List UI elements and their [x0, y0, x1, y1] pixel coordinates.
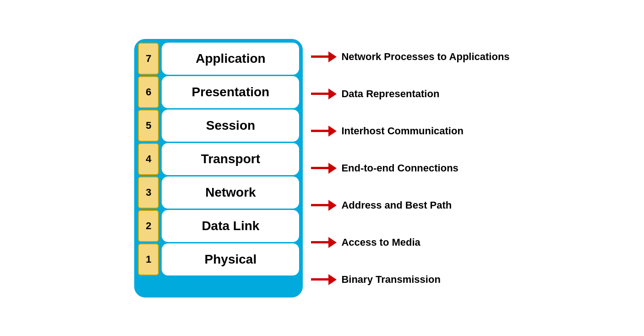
- layer-row-3: 3Network: [138, 176, 299, 209]
- arrow-icon-7: [311, 51, 337, 62]
- arrow-icon-1: [311, 274, 337, 285]
- layer-name-box-2: Data Link: [162, 210, 299, 242]
- layer-row-2: 2Data Link: [138, 210, 299, 242]
- arrow-line-6: [311, 93, 328, 95]
- layer-row-7: 7Application: [138, 43, 299, 75]
- layer-name-text-4: Transport: [201, 152, 260, 166]
- description-text-6: Data Representation: [341, 88, 439, 100]
- descriptions-column: Network Processes to ApplicationsData Re…: [303, 39, 509, 297]
- layer-number-6: 6: [138, 76, 159, 108]
- arrow-line-1: [311, 278, 328, 281]
- arrow-icon-2: [311, 237, 337, 248]
- layers-stack: 7Application6Presentation5Session4Transp…: [134, 39, 303, 297]
- layer-number-3: 3: [138, 176, 159, 209]
- layer-number-5: 5: [138, 110, 159, 142]
- layer-row-4: 4Transport: [138, 143, 299, 175]
- layer-name-text-2: Data Link: [202, 219, 259, 233]
- arrow-line-5: [311, 130, 328, 132]
- layer-number-2: 2: [138, 210, 159, 242]
- description-text-4: End-to-end Connections: [341, 162, 458, 174]
- arrow-head-4: [328, 163, 337, 174]
- arrow-desc-row-4: End-to-end Connections: [311, 150, 509, 186]
- layer-number-4: 4: [138, 143, 159, 175]
- layer-name-box-5: Session: [162, 110, 299, 142]
- description-text-3: Address and Best Path: [341, 199, 452, 211]
- arrow-head-3: [328, 200, 337, 211]
- layer-name-text-5: Session: [206, 118, 255, 133]
- layer-row-6: 6Presentation: [138, 76, 299, 108]
- layer-name-box-4: Transport: [162, 143, 299, 175]
- layer-name-text-7: Application: [196, 51, 265, 66]
- layer-name-box-3: Network: [162, 176, 299, 209]
- arrow-desc-row-1: Binary Transmission: [311, 262, 509, 297]
- layer-name-box-6: Presentation: [162, 76, 299, 108]
- osi-model: 7Application6Presentation5Session4Transp…: [116, 30, 528, 307]
- arrow-head-2: [328, 237, 337, 248]
- description-text-2: Access to Media: [341, 237, 420, 248]
- arrow-icon-3: [311, 200, 337, 211]
- layer-name-text-1: Physical: [205, 252, 257, 267]
- arrow-head-1: [328, 274, 337, 285]
- layer-row-5: 5Session: [138, 110, 299, 142]
- arrow-icon-5: [311, 126, 337, 137]
- arrow-line-3: [311, 204, 328, 206]
- arrow-desc-row-3: Address and Best Path: [311, 187, 509, 223]
- layer-name-text-6: Presentation: [192, 85, 270, 99]
- layer-row-1: 1Physical: [138, 243, 299, 275]
- arrow-line-4: [311, 167, 328, 169]
- description-text-7: Network Processes to Applications: [341, 51, 509, 63]
- arrow-head-7: [328, 51, 337, 62]
- arrow-desc-row-2: Access to Media: [311, 225, 509, 260]
- arrow-desc-row-5: Interhost Communication: [311, 113, 509, 149]
- arrow-head-6: [328, 88, 337, 99]
- description-text-5: Interhost Communication: [341, 125, 463, 137]
- layer-number-7: 7: [138, 43, 159, 75]
- layer-name-text-3: Network: [205, 185, 256, 200]
- description-text-1: Binary Transmission: [341, 274, 440, 286]
- arrow-icon-6: [311, 88, 337, 99]
- arrow-desc-row-6: Data Representation: [311, 76, 509, 112]
- arrow-icon-4: [311, 163, 337, 174]
- arrow-head-5: [328, 126, 337, 137]
- arrow-line-7: [311, 55, 328, 58]
- arrow-line-2: [311, 241, 328, 243]
- layer-name-box-7: Application: [162, 43, 299, 75]
- arrow-desc-row-7: Network Processes to Applications: [311, 39, 509, 75]
- layer-name-box-1: Physical: [162, 243, 299, 275]
- layer-number-1: 1: [138, 243, 159, 275]
